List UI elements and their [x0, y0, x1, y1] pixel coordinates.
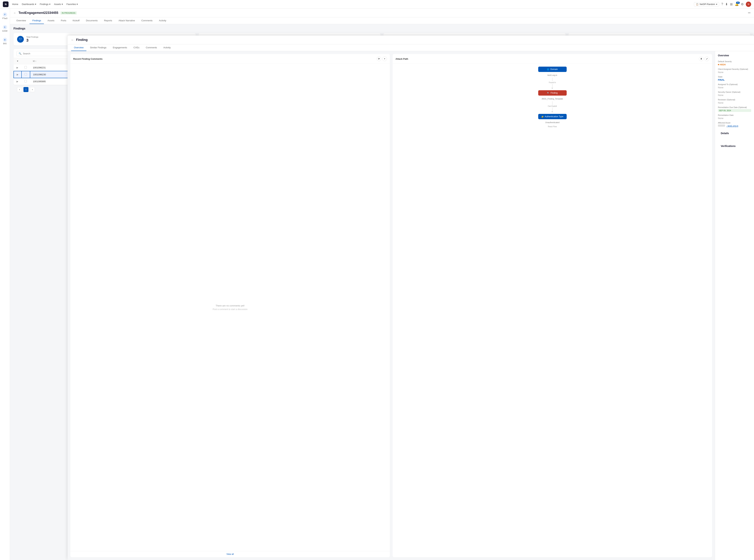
engagement-tabs: Overview Findings Assets Ports Kickoff D… — [10, 17, 754, 24]
back-button[interactable]: ← — [14, 12, 16, 15]
nav-links: Home Dashboards ▾ Findings ▾ Assets ▾ Fa… — [12, 3, 78, 5]
arrow-found-in-label: Found In — [549, 82, 556, 83]
ptaas-label: PTaaS — [2, 17, 7, 19]
row-expand[interactable]: ▶ — [14, 78, 21, 85]
row-expand[interactable]: ▶ — [14, 64, 21, 71]
default-severity-label: Default Severity — [718, 60, 751, 62]
user-avatar[interactable]: N — [746, 2, 751, 7]
finding-tab-overview[interactable]: Overview — [71, 44, 86, 51]
tab-attack-narrative[interactable]: Attack Narrative — [116, 17, 138, 24]
total-findings-value: 3 — [26, 38, 38, 43]
no-comments-text: There are no comments yet! — [216, 304, 245, 307]
assigned-to-label: Assigned To (Optional) — [718, 83, 751, 85]
reviewer-label: Reviewer (Optional) — [718, 99, 751, 101]
next-page-button[interactable]: › — [30, 87, 35, 92]
finding-panel-header: ← Finding — [67, 36, 754, 44]
total-findings-label: Total Findings — [26, 36, 38, 38]
sidebar-item-ptaas[interactable]: P PTaaS — [1, 12, 8, 20]
tab-comments[interactable]: Comments — [138, 17, 155, 24]
react-flow-label: React Flow — [546, 125, 558, 128]
arrow-found-in: Found In — [549, 78, 556, 89]
prev-page-button[interactable]: ‹ — [17, 87, 22, 92]
tab-kickoff[interactable]: Kickoff — [70, 17, 82, 24]
sidebar-item-bas[interactable]: B BAS — [2, 37, 8, 46]
attack-path-header: Attack Path ⬇ ⤢ — [393, 54, 712, 64]
engagement-title: TestEngagement22334455 — [19, 11, 58, 15]
ptaas-icon: P — [3, 13, 7, 17]
state-label: State — [718, 76, 751, 78]
tab-documents[interactable]: Documents — [83, 17, 100, 24]
finding-back-button[interactable]: ← — [71, 38, 74, 42]
engagement-header: ← TestEngagement22334455 IN PROGRESS ••• — [10, 8, 754, 17]
finding-tab-cves[interactable]: CVEs — [131, 44, 142, 51]
security-owner-label: Security Owner (Optional) — [718, 91, 751, 93]
tab-overview[interactable]: Overview — [14, 17, 29, 24]
settings-icon[interactable]: ⚙ — [741, 2, 744, 6]
more-options-button[interactable]: ••• — [748, 12, 751, 14]
finding-tab-similar[interactable]: Similar Findings — [87, 44, 109, 51]
workspace-selector[interactable]: 📋 NetSPI Random ▾ — [694, 2, 719, 6]
tab-activity[interactable]: Activity — [156, 17, 169, 24]
row-checkbox[interactable] — [21, 64, 30, 71]
overview-client-severity: Client Assigned Severity (Optional) None — [718, 68, 751, 74]
row-checkbox[interactable] — [21, 78, 30, 85]
add-comment-button[interactable]: + — [382, 57, 387, 61]
arrow-line — [552, 78, 553, 81]
download-icon[interactable]: ⬇ — [725, 2, 728, 6]
easm-icon: E — [3, 25, 7, 29]
nav-assets[interactable]: Assets ▾ — [54, 3, 63, 5]
notifications[interactable]: 🔔 63 — [735, 2, 739, 6]
tab-findings[interactable]: Findings — [30, 17, 44, 24]
overview-reviewer: Reviewer (Optional) None — [718, 99, 751, 104]
bas-icon: B — [3, 38, 7, 42]
apps-icon[interactable]: ⊞ — [730, 2, 733, 6]
search-icon: 🔍 — [19, 52, 21, 55]
nav-findings[interactable]: Findings ▾ — [40, 3, 51, 5]
remediation-date-value: None — [718, 117, 751, 120]
affected-asset-value: - test1.org.in — [718, 124, 751, 127]
attack-path-title: Attack Path — [395, 58, 408, 60]
finding-main: Recent Finding Comments ⟳ + There are no… — [67, 51, 715, 560]
easm-label: EASM — [2, 30, 7, 32]
asset-blurred — [718, 124, 725, 127]
finding-tab-activity[interactable]: Activity — [160, 44, 173, 51]
view-all-comments-button[interactable]: View all — [71, 551, 390, 557]
finding-tab-comments[interactable]: Comments — [143, 44, 160, 51]
expand-path-button[interactable]: ⤢ — [704, 57, 709, 61]
nav-home[interactable]: Home — [12, 3, 18, 5]
tab-ports[interactable]: Ports — [58, 17, 69, 24]
domain-node: 🌐 Domain — [538, 67, 567, 72]
nav-right: 📋 NetSPI Random ▾ ? ⬇ ⊞ 🔔 63 ⚙ N — [694, 2, 751, 7]
finding-tab-engagements[interactable]: Engagements — [110, 44, 130, 51]
help-icon[interactable]: ? — [721, 2, 723, 6]
arrow-exploit-label: Can Exploit — [548, 105, 557, 107]
total-findings-info: Total Findings 3 — [26, 36, 38, 43]
asset-link[interactable]: - test1.org.in — [727, 125, 738, 127]
arrow-line — [552, 101, 553, 105]
verifications-title: Verifications — [721, 145, 748, 147]
nav-favorites[interactable]: Favorites ▾ — [66, 3, 78, 5]
verifications-section: Verifications — [718, 142, 751, 153]
auth-icon: 🔐 — [541, 116, 544, 118]
nav-dashboards[interactable]: Dashboards ▾ — [22, 3, 36, 5]
affected-asset-label: Affected Asset — [718, 122, 751, 124]
tab-reports[interactable]: Reports — [101, 17, 115, 24]
sidebar-item-easm[interactable]: E EASM — [1, 24, 8, 33]
row-expand[interactable]: ▶ — [14, 71, 21, 78]
due-date-value: SEP 09, 2024 — [718, 109, 751, 112]
overview-sidebar-title: Overview — [718, 54, 751, 57]
refresh-comments-button[interactable]: ⟳ — [376, 57, 381, 61]
current-page-button[interactable]: 1 — [23, 87, 28, 92]
tab-assets[interactable]: Assets — [45, 17, 57, 24]
arrow-line — [552, 107, 553, 111]
chevron-down-icon: ▾ — [35, 3, 36, 5]
client-severity-label: Client Assigned Severity (Optional) — [718, 68, 751, 70]
due-date-label: Remediation Due Date (Optional) — [718, 106, 751, 108]
details-section: Details — [718, 129, 751, 140]
overview-due-date: Remediation Due Date (Optional) SEP 09, … — [718, 106, 751, 112]
row-checkbox[interactable] — [21, 71, 30, 78]
details-title: Details — [721, 132, 748, 135]
download-path-button[interactable]: ⬇ — [699, 57, 703, 61]
finding-node-label: Finding — [550, 92, 557, 94]
arrow-line — [552, 84, 553, 87]
